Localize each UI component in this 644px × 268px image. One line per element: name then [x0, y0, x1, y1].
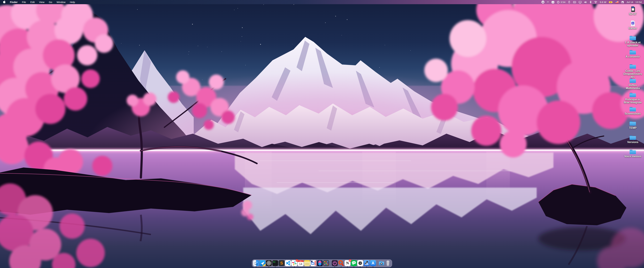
desktop-icon-reflex-multimedia[interactable]: Reflex Multimedia: [622, 77, 643, 90]
running-indicator: [275, 267, 276, 267]
dock-app-vscode[interactable]: [285, 260, 291, 267]
battery-charging-icon[interactable]: [609, 1, 613, 3]
mouse-status-icon[interactable]: [568, 1, 570, 3]
folder-icon: [629, 49, 636, 55]
folder-icon: [629, 148, 636, 154]
parallels-icon: [310, 260, 316, 266]
desktop-icon-sd-2t[interactable]: SD-2T: [622, 6, 643, 15]
dock-app-parallels[interactable]: [310, 260, 316, 267]
desktop-icon-label: À convertir: [626, 55, 640, 58]
dock-app-launchpad[interactable]: [323, 260, 329, 267]
m-circle-status-icon[interactable]: M: [542, 1, 544, 3]
folder-icon: [629, 134, 636, 140]
desktop-icon-earlier[interactable]: MKV Earlier: [622, 20, 643, 30]
dock-app-magnifier[interactable]: [338, 260, 344, 267]
desktop-icon-voice-memos[interactable]: Voice memos: [622, 148, 643, 158]
dock-app-shortcuts[interactable]: [317, 260, 323, 267]
notion-badge: 9: [349, 259, 351, 262]
concentric-circles-icon: [266, 260, 272, 266]
scissors-status-icon[interactable]: ✂: [547, 1, 549, 3]
notes-icon: [304, 260, 310, 266]
dock-app-sublime-text[interactable]: S: [278, 260, 284, 267]
menu-window[interactable]: Window: [56, 1, 66, 3]
desktop-icon-rubrique-a-brac[interactable]: Rubrique-a-Brac.Integrale: [622, 91, 643, 104]
volume-status-icon[interactable]: [584, 1, 587, 3]
menu-bar-status: M ✂ LINE 3:54 9.6 W: [542, 1, 644, 3]
desktop-icon-label: Reflex Multimedia: [623, 84, 643, 90]
dock-app-appstore[interactable]: A: [370, 260, 376, 267]
running-indicator: [366, 267, 367, 267]
dock-app-spark[interactable]: [260, 260, 266, 267]
dock-trash[interactable]: [385, 260, 391, 267]
apple-menu[interactable]: [3, 0, 6, 4]
desktop-icon-label: 1 À check et uploader: [623, 41, 643, 47]
power-timer-status[interactable]: 3:54: [557, 1, 565, 3]
menu-bar: Finder File Edit View Go Window Help M ✂…: [0, 0, 644, 4]
power-icon: [557, 1, 560, 3]
running-indicator: [373, 267, 373, 267]
time-text: 13:54: [635, 1, 642, 3]
desktop-icon-screenshots[interactable]: Screenshots: [622, 106, 643, 115]
menu-finder[interactable]: Finder: [10, 1, 18, 3]
dock-downloads-folder[interactable]: [378, 260, 384, 267]
desktop-icon-label: Versions: [627, 141, 638, 144]
dock: $| S 1 JUL 14: [252, 260, 392, 267]
desktop-icon-gotlib[interactable]: Gotlib - Les Dingodossiers t01: [622, 63, 643, 79]
calendar-day: 14: [298, 262, 304, 266]
dock-app-slack[interactable]: 1: [291, 260, 297, 267]
bluetooth-status-icon[interactable]: [590, 1, 592, 3]
dock-app-xcode[interactable]: [364, 260, 370, 267]
folder-icon: [629, 34, 636, 40]
menu-go[interactable]: Go: [49, 1, 52, 3]
mkv-file-icon: MKV: [630, 20, 635, 26]
terminal-prompt: $|: [273, 261, 276, 263]
running-indicator: [341, 267, 342, 267]
drawing-tablet-status-icon[interactable]: [573, 1, 576, 3]
menu-file[interactable]: File: [22, 1, 26, 3]
apple-logo-icon: [3, 0, 6, 3]
dock-app-calendar[interactable]: JUL 14: [298, 260, 304, 267]
chatgpt-icon: [357, 260, 363, 266]
menu-bar-clock[interactable]: Jul 14 13:54: [626, 1, 642, 3]
menu-edit[interactable]: Edit: [30, 1, 35, 3]
trash-full-icon: [385, 260, 391, 266]
macos-desktop: Finder File Edit View Go Window Help M ✂…: [0, 0, 644, 268]
folder-icon: [629, 120, 636, 126]
dock-app-notes[interactable]: [304, 260, 310, 267]
date-text: Jul 14: [626, 1, 633, 3]
folder-icon: [629, 106, 636, 112]
desktop-icon-label: SD-2T: [629, 12, 636, 15]
launchpad-icon: [323, 260, 329, 266]
running-indicator: [354, 267, 354, 267]
menu-view[interactable]: View: [39, 1, 44, 3]
desktop-icon-versions[interactable]: Versions: [622, 134, 643, 144]
desktop-icon-temp[interactable]: TEMP: [622, 120, 643, 129]
desktop-icon-a-check-et-uploader[interactable]: 1 À check et uploader: [622, 34, 643, 47]
dock-app-circles[interactable]: [266, 260, 272, 267]
display-mirroring-status-icon[interactable]: [578, 1, 582, 3]
line-icon: LINE: [351, 260, 357, 266]
desktop-icon-a-convertir[interactable]: À convertir: [622, 49, 643, 58]
sublime-glyph: S: [278, 260, 284, 266]
dock-app-line[interactable]: LINE: [351, 260, 357, 267]
line-status-icon[interactable]: LINE: [552, 1, 554, 3]
control-center-icon[interactable]: [621, 1, 624, 3]
desktop-wallpaper: [0, 0, 644, 268]
input-source-flag-icon[interactable]: [616, 1, 618, 3]
dock-app-power[interactable]: [332, 260, 338, 267]
vscode-icon: [285, 260, 291, 266]
folder-icon: [629, 77, 636, 83]
dock-app-chatgpt[interactable]: [357, 260, 363, 267]
dock-app-notion[interactable]: 9 N: [344, 260, 350, 267]
xcode-icon: [364, 260, 370, 266]
wifi-status-icon[interactable]: [594, 1, 597, 3]
spark-icon: [260, 260, 266, 266]
dock-app-terminal[interactable]: $|: [272, 260, 278, 267]
running-indicator: [347, 267, 348, 267]
menu-help[interactable]: Help: [70, 1, 75, 3]
shortcuts-icon: [317, 260, 323, 266]
dock-app-finder[interactable]: [253, 260, 259, 267]
running-indicator: [268, 267, 269, 267]
calendar-icon: JUL 14: [298, 260, 304, 266]
sublime-text-icon: S: [278, 260, 284, 266]
